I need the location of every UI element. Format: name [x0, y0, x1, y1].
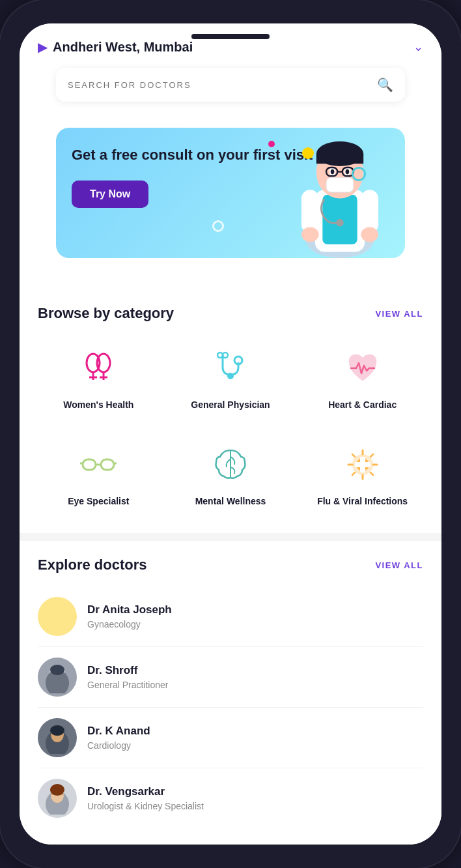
- doctor-item-shroff[interactable]: Dr. Shroff General Practitioner: [38, 647, 423, 708]
- avatar-vengsarkar: [38, 779, 77, 818]
- heart-cardiac-label: Heart & Cardiac: [328, 399, 397, 411]
- doctor-specialty-shroff: General Practitioner: [87, 680, 423, 690]
- doctor-info-kanand: Dr. K Anand Cardiology: [87, 725, 423, 751]
- svg-point-50: [50, 665, 64, 675]
- general-physician-icon: [208, 345, 253, 391]
- banner-title: Get a free consult on your first visit: [72, 146, 389, 165]
- doctor-item-vengsarkar[interactable]: Dr. Vengsarkar Urologist & Kidney Specia…: [38, 768, 423, 828]
- doctor-name-anita: Dr Anita Joseph: [87, 603, 423, 616]
- doctor-specialty-anita: Gynaecology: [87, 619, 423, 629]
- doctor-name-vengsarkar: Dr. Vengsarkar: [87, 785, 423, 798]
- location-icon: ▶: [38, 39, 48, 55]
- category-eye-specialist[interactable]: Eye Specialist: [38, 431, 160, 517]
- try-now-button[interactable]: Try Now: [72, 181, 148, 208]
- doctor-list: Dr Anita Joseph Gynaecology: [38, 586, 423, 828]
- search-input[interactable]: [68, 80, 377, 90]
- avatar-kanand: [38, 718, 77, 757]
- svg-line-43: [352, 454, 355, 457]
- category-flu-viral[interactable]: Flu & Viral Infections: [301, 431, 423, 517]
- promo-banner: Get a free consult on your first visit T…: [56, 128, 405, 258]
- womens-health-icon: [76, 345, 121, 391]
- svg-point-6: [361, 227, 378, 242]
- dropdown-icon[interactable]: ⌄: [413, 40, 423, 54]
- category-womens-health[interactable]: Women's Health: [38, 335, 160, 421]
- svg-rect-29: [83, 459, 96, 470]
- svg-rect-38: [355, 462, 370, 467]
- doctor-info-vengsarkar: Dr. Vengsarkar Urologist & Kidney Specia…: [87, 785, 423, 811]
- location-row[interactable]: ▶ Andheri West, Mumbai: [38, 39, 193, 55]
- svg-point-5: [301, 227, 319, 242]
- svg-line-45: [370, 454, 373, 457]
- flu-viral-label: Flu & Viral Infections: [317, 495, 408, 507]
- svg-point-18: [336, 219, 343, 226]
- banner-content: Get a free consult on your first visit T…: [72, 146, 389, 208]
- browse-section-header: Browse by category VIEW ALL: [38, 305, 423, 322]
- explore-section: Explore doctors VIEW ALL Dr Anita Joseph…: [20, 541, 441, 844]
- svg-rect-30: [101, 459, 114, 470]
- doctor-item-anita[interactable]: Dr Anita Joseph Gynaecology: [38, 586, 423, 647]
- doctor-item-kanand[interactable]: Dr. K Anand Cardiology: [38, 708, 423, 768]
- eye-specialist-label: Eye Specialist: [68, 495, 129, 507]
- browse-section-title: Browse by category: [38, 305, 174, 322]
- screen-inner: ▶ Andheri West, Mumbai ⌄ 🔍: [20, 23, 441, 845]
- category-general-physician[interactable]: General Physician: [170, 335, 292, 421]
- location-text: Andheri West, Mumbai: [53, 40, 193, 55]
- svg-line-46: [352, 472, 355, 475]
- doctor-info-anita: Dr Anita Joseph Gynaecology: [87, 603, 423, 629]
- svg-point-28: [223, 353, 228, 358]
- avatar-shroff: [38, 658, 77, 697]
- explore-section-title: Explore doctors: [38, 557, 147, 573]
- category-mental-wellness[interactable]: Mental Wellness: [170, 431, 292, 517]
- mental-wellness-icon: [208, 442, 253, 487]
- browse-section: Browse by category VIEW ALL: [20, 289, 441, 533]
- mental-wellness-label: Mental Wellness: [195, 495, 266, 507]
- doctor-specialty-vengsarkar: Urologist & Kidney Specialist: [87, 801, 423, 811]
- explore-section-header: Explore doctors VIEW ALL: [38, 557, 423, 573]
- search-bar: 🔍: [56, 68, 405, 102]
- doctor-specialty-kanand: Cardiology: [87, 740, 423, 751]
- svg-point-26: [227, 373, 234, 379]
- notch: [191, 34, 270, 39]
- doctor-name-kanand: Dr. K Anand: [87, 725, 423, 738]
- phone-screen: ▶ Andheri West, Mumbai ⌄ 🔍: [20, 23, 441, 845]
- avatar-anita: [38, 597, 77, 636]
- header: ▶ Andheri West, Mumbai ⌄: [20, 23, 441, 68]
- general-physician-label: General Physician: [191, 399, 270, 411]
- svg-line-44: [370, 472, 373, 475]
- womens-health-label: Women's Health: [63, 399, 133, 411]
- category-grid: Women's Health: [38, 335, 423, 517]
- heart-cardiac-icon: [340, 345, 385, 391]
- svg-point-53: [50, 725, 64, 736]
- browse-view-all[interactable]: VIEW ALL: [375, 309, 423, 319]
- doctor-info-shroff: Dr. Shroff General Practitioner: [87, 664, 423, 690]
- phone-frame: ▶ Andheri West, Mumbai ⌄ 🔍: [0, 0, 461, 868]
- eye-specialist-icon: [76, 442, 121, 487]
- doctor-name-shroff: Dr. Shroff: [87, 664, 423, 677]
- category-heart-cardiac[interactable]: Heart & Cardiac: [301, 335, 423, 421]
- flu-viral-icon: [340, 442, 385, 487]
- search-icon[interactable]: 🔍: [377, 77, 393, 93]
- explore-view-all[interactable]: VIEW ALL: [375, 560, 423, 570]
